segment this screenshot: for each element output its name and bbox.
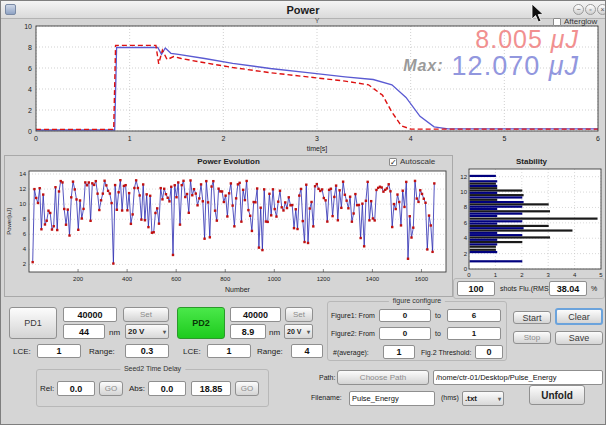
- figure2-from-label: Figure2: From: [331, 330, 375, 337]
- svg-text:8: 8: [28, 44, 32, 51]
- stability-title: Stability: [456, 157, 606, 166]
- pd2-wavelength-input[interactable]: [230, 324, 266, 339]
- svg-text:2: 2: [28, 107, 32, 114]
- svg-text:400: 400: [122, 276, 133, 282]
- pd1-wavelength-input[interactable]: [63, 324, 105, 339]
- svg-text:Power[uJ]: Power[uJ]: [6, 208, 12, 235]
- average-input[interactable]: [383, 345, 415, 359]
- svg-text:0: 0: [28, 128, 32, 135]
- abs-current-input[interactable]: [191, 381, 231, 396]
- stability-plot-canvas: 024681012012345: [456, 167, 606, 279]
- close-icon[interactable]: ×: [597, 4, 606, 15]
- fig2-threshold-label: Fig.2 Threshold:: [421, 349, 471, 356]
- svg-text:6: 6: [464, 220, 468, 226]
- abs-input[interactable]: [148, 381, 186, 396]
- rms-input[interactable]: [549, 281, 587, 296]
- pd2-voltage-value: 20 V: [287, 328, 301, 335]
- pd2-set-button[interactable]: Set: [285, 307, 313, 322]
- figure2-from-input[interactable]: [379, 327, 431, 340]
- svg-text:4: 4: [28, 86, 32, 93]
- svg-text:4: 4: [464, 235, 468, 241]
- path-input[interactable]: [433, 370, 603, 385]
- start-button[interactable]: Start: [513, 311, 551, 324]
- unfold-button[interactable]: Unfold: [529, 385, 585, 405]
- figure-configure-title: figure configure: [389, 297, 445, 304]
- choose-path-button[interactable]: Choose Path: [337, 370, 429, 385]
- range1-label: Range:: [89, 347, 115, 356]
- stop-button[interactable]: Stop: [513, 331, 551, 344]
- svg-text:6: 6: [596, 135, 600, 142]
- fig2-threshold-input[interactable]: [475, 345, 503, 359]
- figure1-from-input[interactable]: [379, 309, 431, 322]
- pd1-voltage-value: 20 V: [128, 327, 144, 336]
- pd2-button[interactable]: PD2: [177, 307, 225, 339]
- current-energy-readout: 8.005 μJ: [301, 25, 579, 54]
- evolution-title: Power Evolution: [4, 157, 453, 166]
- seed2-time-delay-title: Seed2 Time Delay: [120, 365, 185, 372]
- pd1-nm-label: nm: [109, 328, 120, 337]
- percent-label: %: [591, 285, 597, 292]
- maximize-icon[interactable]: ▫: [585, 4, 596, 15]
- max-energy-readout: Max:12.070 μJ: [261, 51, 579, 82]
- figure2-to-label: to: [435, 330, 441, 337]
- svg-text:1600: 1600: [415, 276, 429, 282]
- svg-text:time[s]: time[s]: [307, 145, 328, 153]
- extension-value: .txt: [465, 394, 477, 403]
- pd1-voltage-select[interactable]: 20 V ▾: [125, 324, 169, 339]
- figure1-to-input[interactable]: [447, 309, 501, 322]
- mouse-cursor: [531, 4, 547, 24]
- current-energy-unit: μJ: [551, 25, 579, 53]
- svg-text:1: 1: [128, 135, 132, 142]
- filename-input[interactable]: [349, 391, 435, 406]
- save-button[interactable]: Save: [555, 331, 603, 345]
- autoscale-checkbox[interactable]: ✓ Autoscale: [389, 157, 435, 166]
- pd1-freq-input[interactable]: [63, 307, 117, 322]
- svg-text:4: 4: [23, 246, 27, 252]
- pd1-button[interactable]: PD1: [9, 307, 57, 339]
- svg-text:14: 14: [19, 171, 26, 177]
- svg-text:8: 8: [464, 204, 468, 210]
- svg-text:4: 4: [409, 135, 413, 142]
- svg-text:10: 10: [460, 189, 467, 195]
- pd1-set-button[interactable]: Set: [123, 307, 169, 322]
- svg-text:2: 2: [221, 135, 225, 142]
- rms-label: Flu.(RMS):: [519, 285, 553, 292]
- average-label: #(average):: [333, 349, 369, 356]
- svg-text:2: 2: [464, 251, 468, 257]
- rel-input[interactable]: [57, 381, 95, 396]
- svg-text:10: 10: [24, 23, 32, 30]
- pd2-nm-label: nm: [269, 328, 280, 337]
- minimize-icon[interactable]: −: [573, 4, 584, 15]
- svg-text:12: 12: [19, 186, 26, 192]
- autoscale-label: Autoscale: [400, 157, 435, 166]
- svg-text:6: 6: [23, 231, 27, 237]
- svg-text:2: 2: [23, 261, 27, 267]
- lce1-label: LCE:: [13, 347, 31, 356]
- svg-text:1000: 1000: [268, 276, 282, 282]
- lce2-input[interactable]: [207, 344, 251, 358]
- range1-input[interactable]: [125, 344, 169, 358]
- abs-go-button[interactable]: GO: [235, 381, 259, 396]
- path-label: Path:: [319, 374, 335, 381]
- svg-text:Number: Number: [225, 286, 251, 293]
- autoscale-checkbox-box[interactable]: ✓: [389, 158, 397, 166]
- figure2-to-input[interactable]: [447, 327, 501, 340]
- filename-label: Filename:: [311, 394, 342, 401]
- max-energy-unit: μJ: [549, 51, 579, 81]
- clear-button[interactable]: Clear: [555, 308, 603, 325]
- extension-select[interactable]: .txt ▾: [462, 391, 504, 406]
- svg-text:0: 0: [34, 135, 38, 142]
- shots-label: shots: [500, 285, 517, 292]
- shots-input[interactable]: [457, 281, 495, 296]
- chevron-down-icon: ▾: [163, 328, 166, 335]
- pd2-voltage-select[interactable]: 20 V ▾: [284, 324, 313, 339]
- range2-label: Range:: [257, 347, 283, 356]
- figure1-to-label: to: [435, 312, 441, 319]
- svg-text:1400: 1400: [366, 276, 380, 282]
- chevron-down-icon: ▾: [307, 328, 310, 335]
- range2-input[interactable]: [291, 344, 323, 358]
- svg-text:1200: 1200: [317, 276, 331, 282]
- pd2-freq-input[interactable]: [230, 307, 281, 322]
- rel-go-button[interactable]: GO: [99, 381, 123, 396]
- lce1-input[interactable]: [37, 344, 81, 358]
